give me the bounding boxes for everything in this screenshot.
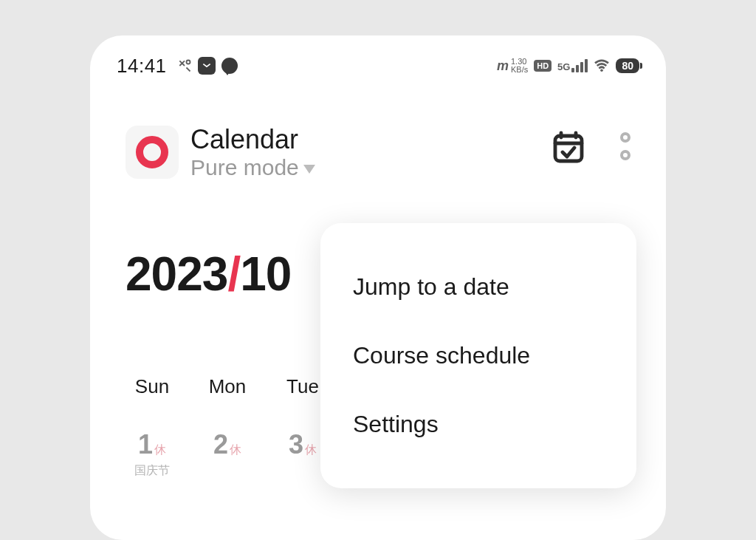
menu-item-jump-to-date[interactable]: Jump to a date [320, 253, 636, 321]
status-bar-left: 14:41 [117, 55, 238, 78]
chevron-down-icon [303, 165, 315, 174]
app-icon [126, 126, 179, 179]
more-dot [620, 132, 630, 143]
signal-bars-icon [571, 59, 588, 72]
calendar-check-icon[interactable] [551, 129, 586, 164]
app-mode-selector[interactable]: Pure mode [190, 155, 315, 180]
phone-frame: 14:41 m 1.30 KB/s [90, 35, 666, 540]
day-badge: 休 [154, 442, 166, 458]
day-label: 国庆节 [134, 463, 170, 479]
status-icons-left [177, 57, 238, 75]
speed-text: 1.30 KB/s [511, 58, 528, 74]
network-type: 5G [557, 61, 570, 72]
status-bar: 14:41 m 1.30 KB/s [90, 35, 666, 80]
date-separator: / [227, 247, 240, 301]
network-speed: m 1.30 KB/s [497, 58, 528, 74]
cellular-signal: 5G [557, 59, 588, 72]
status-bar-right: m 1.30 KB/s HD 5G [497, 58, 639, 74]
speed-unit: KB/s [511, 66, 528, 74]
speed-icon: m [497, 58, 508, 74]
date-month: 10 [240, 247, 291, 301]
day-badge: 休 [230, 442, 241, 458]
hd-badge: HD [534, 60, 551, 72]
app-header: Calendar Pure mode [90, 80, 666, 180]
mail-icon [198, 57, 216, 75]
day-cell[interactable]: 2 休 [190, 429, 264, 479]
svg-point-0 [186, 61, 190, 64]
date-year: 2023 [126, 247, 227, 301]
dropdown-menu: Jump to a date Course schedule Settings [320, 223, 636, 488]
app-title-group[interactable]: Calendar Pure mode [126, 124, 315, 180]
weekday-sun: Sun [115, 375, 189, 398]
status-time: 14:41 [117, 55, 167, 78]
svg-point-1 [601, 69, 604, 72]
day-number: 3 [289, 429, 303, 460]
day-badge: 休 [305, 442, 317, 458]
app-icon-circle [136, 136, 168, 168]
day-number: 2 [213, 429, 228, 460]
tools-icon [177, 58, 192, 73]
more-dot [620, 150, 630, 160]
wifi-icon [594, 59, 610, 72]
app-name: Calendar [190, 124, 315, 155]
menu-item-course-schedule[interactable]: Course schedule [320, 321, 636, 390]
day-cell[interactable]: 1 休 国庆节 [115, 429, 189, 479]
app-subtitle-text: Pure mode [190, 155, 299, 180]
menu-item-settings[interactable]: Settings [320, 390, 636, 459]
day-number: 1 [138, 429, 153, 460]
battery-level: 80 [616, 58, 639, 73]
app-title-text: Calendar Pure mode [190, 124, 315, 180]
more-menu-button[interactable] [620, 132, 630, 160]
weekday-mon: Mon [190, 375, 264, 398]
header-actions [551, 124, 630, 164]
message-icon [221, 58, 238, 74]
